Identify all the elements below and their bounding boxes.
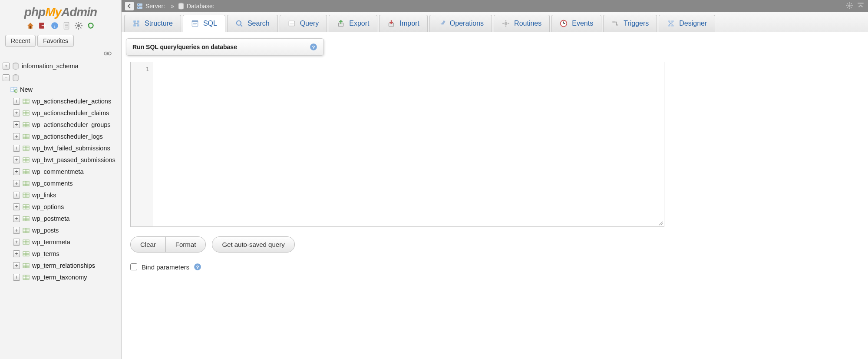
svg-point-111 (138, 7, 139, 8)
reload-icon[interactable] (87, 22, 95, 30)
tree-table-item[interactable]: +wp_term_relationships (3, 259, 121, 271)
expand-icon[interactable]: + (13, 110, 20, 116)
tab-label: Query (300, 20, 319, 27)
tab-import[interactable]: Import (379, 15, 427, 32)
help-icon[interactable]: ? (194, 263, 201, 271)
expand-icon[interactable]: + (13, 227, 20, 234)
operations-icon (438, 20, 446, 27)
svg-rect-140 (442, 20, 445, 25)
expand-icon[interactable]: + (13, 250, 20, 257)
tree-table-item[interactable]: +wp_bwt_failed_submissions (3, 142, 121, 154)
breadcrumb-server[interactable]: Server: (136, 3, 167, 10)
sidebar-quick-icons: i (0, 20, 121, 33)
tree-db-information-schema[interactable]: + information_schema (3, 60, 121, 72)
sql-panel-header: Run SQL query/queries on database ? (126, 38, 324, 56)
expand-icon[interactable]: + (13, 145, 20, 152)
expand-icon[interactable]: + (13, 121, 20, 128)
sql-icon (191, 20, 199, 27)
tab-sql[interactable]: SQL (183, 15, 225, 32)
get-autosaved-button[interactable]: Get auto-saved query (212, 236, 294, 253)
breadcrumb-database[interactable]: Database: (178, 3, 217, 10)
expand-icon[interactable]: + (13, 156, 20, 163)
database-tree: + information_schema − New +wp_actionsch… (0, 59, 121, 283)
gear-icon[interactable] (75, 22, 83, 30)
svg-line-14 (80, 27, 81, 28)
tree-table-item[interactable]: +wp_actionscheduler_claims (3, 107, 121, 119)
editor-cursor (157, 66, 157, 73)
tree-table-item[interactable]: +wp_comments (3, 177, 121, 189)
tree-table-item[interactable]: +wp_termmeta (3, 236, 121, 248)
table-icon (23, 156, 30, 163)
logo-part-my: My (45, 5, 61, 19)
expand-icon[interactable]: + (13, 239, 20, 246)
tree-label: wp_postmeta (32, 215, 69, 222)
svg-rect-151 (668, 20, 671, 22)
tree-table-item[interactable]: +wp_links (3, 189, 121, 201)
tree-label: wp_term_relationships (32, 262, 95, 269)
tab-triggers[interactable]: Triggers (603, 15, 657, 32)
designer-icon (667, 20, 675, 27)
recent-button[interactable]: Recent (5, 35, 36, 47)
logout-icon[interactable] (39, 22, 46, 30)
docs-icon[interactable]: i (51, 22, 59, 30)
tree-table-item[interactable]: +wp_commentmeta (3, 166, 121, 177)
bind-parameters-row: Bind parameters ? (126, 253, 864, 271)
page-settings-icon[interactable] (845, 2, 853, 10)
tab-events[interactable]: Events (551, 15, 601, 32)
sql-editor[interactable]: 1 (130, 62, 664, 227)
tree-table-item[interactable]: +wp_options (3, 201, 121, 213)
expand-icon[interactable]: + (13, 192, 20, 199)
tree-table-item[interactable]: +wp_actionscheduler_groups (3, 119, 121, 130)
expand-icon[interactable]: + (13, 215, 20, 222)
tree-table-item[interactable]: +wp_actionscheduler_logs (3, 130, 121, 142)
tab-designer[interactable]: Designer (659, 15, 715, 32)
table-icon (23, 180, 30, 187)
tree-table-item[interactable]: +wp_terms (3, 248, 121, 259)
editor-textarea[interactable] (153, 62, 664, 226)
tab-export[interactable]: Export (329, 15, 377, 32)
bind-parameters-checkbox[interactable] (130, 263, 137, 270)
expand-icon[interactable]: + (13, 133, 20, 140)
tree-table-item[interactable]: +wp_actionscheduler_actions (3, 95, 121, 107)
tree-label: wp_comments (32, 180, 73, 187)
collapse-top-icon[interactable] (857, 2, 865, 10)
back-button[interactable] (125, 2, 134, 10)
expand-icon[interactable]: + (13, 168, 20, 175)
table-icon (23, 227, 30, 234)
tab-search[interactable]: Search (227, 15, 278, 32)
help-icon[interactable]: ? (310, 43, 317, 51)
expand-icon[interactable]: + (13, 180, 20, 187)
svg-rect-131 (192, 20, 198, 22)
clear-button[interactable]: Clear (131, 237, 165, 252)
collapse-icon[interactable]: − (3, 74, 10, 81)
svg-rect-152 (671, 20, 674, 22)
server-icon (136, 3, 143, 10)
tab-label: Events (572, 20, 593, 27)
tree-table-item[interactable]: +wp_bwt_passed_submissions (3, 154, 121, 166)
format-button[interactable]: Format (165, 237, 206, 252)
expand-icon[interactable]: + (13, 98, 20, 105)
link-icon[interactable] (104, 51, 112, 56)
favorites-button[interactable]: Favorites (37, 35, 74, 47)
settings-doc-icon[interactable] (63, 22, 70, 30)
navigation-sidebar: phpMyAdmin i Recent Favorites + (0, 0, 122, 359)
svg-rect-153 (668, 25, 671, 26)
tree-table-item[interactable]: +wp_term_taxonomy (3, 271, 121, 283)
database-icon (12, 63, 19, 70)
tab-label: Designer (679, 20, 707, 27)
expand-icon[interactable]: + (13, 262, 20, 269)
expand-icon[interactable]: + (13, 274, 20, 281)
tree-new-table[interactable]: New (3, 83, 121, 95)
tab-query[interactable]: Query (280, 15, 327, 32)
line-number: 1 (131, 66, 149, 73)
tree-db-current[interactable]: − (3, 72, 121, 83)
tree-table-item[interactable]: +wp_posts (3, 224, 121, 236)
resize-grip-icon[interactable] (658, 220, 663, 226)
expand-icon[interactable]: + (3, 63, 10, 70)
home-icon[interactable] (26, 22, 34, 30)
expand-icon[interactable]: + (13, 203, 20, 210)
tab-structure[interactable]: Structure (124, 15, 181, 32)
tab-routines[interactable]: Routines (494, 15, 550, 32)
tree-table-item[interactable]: +wp_postmeta (3, 213, 121, 224)
tab-operations[interactable]: Operations (429, 15, 492, 32)
